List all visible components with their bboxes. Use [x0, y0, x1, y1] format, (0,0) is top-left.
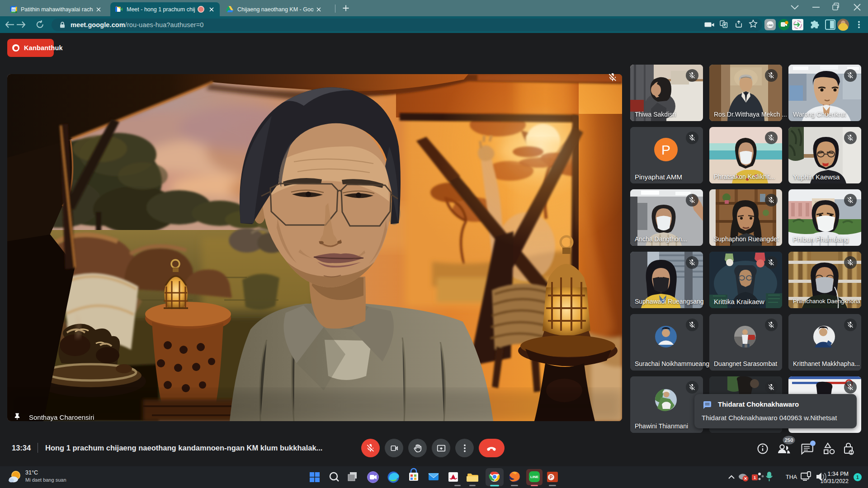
- svg-text:THA: THA: [786, 474, 797, 480]
- svg-text:LINE: LINE: [530, 475, 539, 479]
- svg-text:1:34 PM: 1:34 PM: [827, 471, 849, 477]
- svg-text:250: 250: [784, 437, 793, 443]
- svg-text:LINE: LINE: [767, 24, 773, 27]
- svg-text:1: 1: [856, 474, 859, 480]
- svg-text:1: 1: [754, 475, 756, 480]
- svg-text:P: P: [661, 142, 670, 157]
- svg-text:P: P: [550, 475, 553, 480]
- svg-text:10/31/2022: 10/31/2022: [820, 478, 849, 484]
- svg-text:31: 31: [12, 8, 15, 12]
